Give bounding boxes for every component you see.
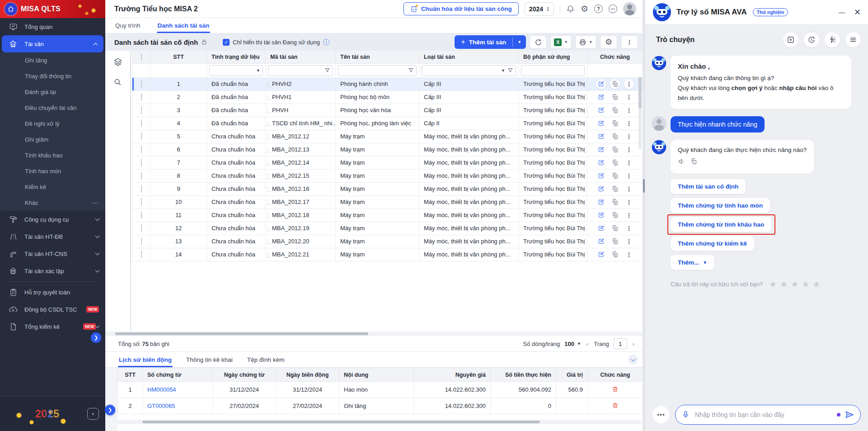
- code-filter-input[interactable]: [268, 65, 333, 76]
- suggestion-chip-highlighted[interactable]: Thêm chứng từ tính khấu hao: [671, 217, 771, 232]
- sidebar-item[interactable]: Tài sản: [2, 35, 103, 52]
- asset-row[interactable]: 1Đã chuẩn hóaPHVH2Phòng hành chínhCấp II…: [132, 77, 643, 90]
- sidebar-item[interactable]: Tổng quan: [0, 18, 105, 35]
- rows-per-page-select[interactable]: 100▼: [564, 341, 581, 347]
- year-spinner-icon[interactable]: ▲▼: [546, 6, 549, 12]
- asset-row[interactable]: 3Đã chuẩn hóaPHVHPhòng học văn hóaCấp II…: [132, 104, 643, 117]
- more-options-icon[interactable]: ⋯: [609, 5, 617, 13]
- row-checkbox[interactable]: [141, 93, 142, 101]
- row-more-icon[interactable]: ⋮: [624, 223, 634, 233]
- row-checkbox[interactable]: [141, 172, 142, 180]
- duplicate-icon[interactable]: [610, 92, 620, 102]
- sidebar-collapse-button[interactable]: ‹: [87, 408, 99, 420]
- close-button[interactable]: ✕: [854, 8, 861, 16]
- row-checkbox[interactable]: [141, 159, 142, 166]
- select-all-checkbox[interactable]: [141, 53, 142, 61]
- edit-icon[interactable]: [596, 223, 606, 233]
- row-checkbox[interactable]: [141, 198, 142, 206]
- prev-page-button[interactable]: ‹: [586, 341, 589, 347]
- row-more-icon[interactable]: ⋮: [624, 105, 634, 115]
- sidebar-item[interactable]: Công cụ dụng cụ: [0, 211, 105, 228]
- row-more-icon[interactable]: ⋮: [624, 145, 634, 155]
- asset-row[interactable]: 13Chưa chuẩn hóaMBA_2012.20Máy trạmMáy m…: [132, 235, 643, 248]
- duplicate-icon[interactable]: [610, 171, 620, 181]
- edit-icon[interactable]: [596, 210, 606, 220]
- row-checkbox[interactable]: [141, 80, 142, 88]
- edit-icon[interactable]: [596, 237, 606, 246]
- sidebar-item[interactable]: Kiểm kê: [0, 179, 105, 195]
- row-more-icon[interactable]: ⋮: [624, 184, 634, 194]
- sidebar-expand-button[interactable]: ❯: [91, 332, 101, 343]
- sidebar-item[interactable]: Khác⋯: [0, 195, 105, 211]
- scrollbar-thumb[interactable]: [115, 332, 368, 335]
- duplicate-icon[interactable]: [610, 197, 620, 207]
- notification-bell-icon[interactable]: [566, 5, 575, 13]
- row-checkbox[interactable]: [141, 237, 142, 245]
- edit-icon[interactable]: [596, 145, 606, 155]
- minimize-button[interactable]: —: [839, 9, 845, 15]
- edit-icon[interactable]: [596, 105, 606, 115]
- sidebar-item[interactable]: Tính hao mòn: [0, 163, 105, 179]
- row-more-icon[interactable]: ⋮: [624, 158, 634, 168]
- duplicate-icon[interactable]: [610, 237, 620, 246]
- duplicate-icon[interactable]: [610, 79, 620, 89]
- microphone-icon[interactable]: [682, 411, 690, 418]
- more-icon[interactable]: ⋯: [92, 199, 99, 207]
- edit-icon[interactable]: [596, 132, 606, 142]
- normalize-data-button[interactable]: ★ Chuẩn hóa dữ liệu tài sản công: [404, 2, 519, 15]
- edit-icon[interactable]: [596, 250, 606, 260]
- star-icon[interactable]: ★: [769, 279, 777, 289]
- row-checkbox[interactable]: [141, 211, 142, 219]
- settings-gear-icon[interactable]: ⚙: [581, 4, 588, 14]
- print-button[interactable]: ▼: [575, 35, 596, 49]
- vertical-scrollbar[interactable]: [638, 77, 642, 149]
- row-checkbox[interactable]: [141, 185, 142, 193]
- star-icon[interactable]: ★: [802, 279, 809, 289]
- sidebar-item[interactable]: Hỗ trợ quyết toán: [0, 284, 105, 301]
- duplicate-icon[interactable]: [610, 223, 620, 233]
- duplicate-icon[interactable]: [610, 118, 620, 128]
- layers-icon[interactable]: [113, 57, 122, 68]
- duplicate-icon[interactable]: [610, 145, 620, 155]
- read-aloud-icon[interactable]: [678, 158, 685, 168]
- row-more-icon[interactable]: ⋮: [624, 210, 634, 220]
- detail-expand-button[interactable]: ❯: [105, 405, 115, 415]
- edit-icon[interactable]: [596, 184, 606, 194]
- asset-row[interactable]: 11Chưa chuẩn hóaMBA_2012.18Máy trạmMáy m…: [132, 208, 643, 222]
- row-more-icon[interactable]: ⋮: [624, 197, 634, 207]
- edit-icon[interactable]: [596, 118, 606, 128]
- star-icon[interactable]: ★: [780, 279, 788, 289]
- asset-row[interactable]: 6Chưa chuẩn hóaMBA_2012.13Máy trạmMáy mó…: [132, 143, 643, 156]
- name-filter-input[interactable]: [338, 65, 417, 76]
- tab[interactable]: Danh sách tài sản: [157, 19, 211, 33]
- new-chat-button[interactable]: [783, 32, 798, 47]
- row-more-icon[interactable]: ⋮: [624, 171, 634, 181]
- duplicate-icon[interactable]: [610, 132, 620, 142]
- page-number-input[interactable]: 1: [614, 338, 627, 349]
- duplicate-icon[interactable]: [610, 184, 620, 194]
- row-checkbox[interactable]: [141, 133, 142, 140]
- asset-row[interactable]: 10Chưa chuẩn hóaMBA_2012.17Máy trạmMáy m…: [132, 195, 643, 208]
- edit-icon[interactable]: [596, 197, 606, 207]
- send-icon[interactable]: [845, 410, 854, 419]
- export-excel-button[interactable]: X▼: [550, 35, 572, 49]
- fiscal-year-selector[interactable]: 2024 ▲▼: [525, 2, 554, 16]
- in-use-filter[interactable]: ✓ Chỉ hiển thị tài sản Đang sử dụng ⓘ: [223, 39, 329, 46]
- edit-icon[interactable]: [596, 171, 606, 181]
- sidebar-item[interactable]: Tài sản HT-CNS: [0, 245, 105, 262]
- detail-tab[interactable]: Lịch sử biến động: [118, 353, 173, 367]
- detail-tab[interactable]: Tệp đính kèm: [246, 353, 286, 367]
- detail-horizontal-scrollbar[interactable]: [117, 420, 642, 424]
- add-asset-button[interactable]: +Thêm tài sản ▼: [455, 35, 526, 49]
- document-link[interactable]: GT000065: [147, 403, 175, 409]
- suggestion-chip[interactable]: Thêm chứng từ tính hao mòn: [671, 198, 770, 213]
- delete-icon[interactable]: [612, 402, 619, 409]
- duplicate-icon[interactable]: [610, 105, 620, 115]
- star-icon[interactable]: ★: [791, 279, 798, 289]
- sidebar-item[interactable]: Thay đổi thông tin: [0, 68, 105, 84]
- row-more-icon[interactable]: ⋮: [624, 92, 634, 102]
- sidebar-item[interactable]: Điều chuyển tài sản: [0, 100, 105, 116]
- suggestion-chip[interactable]: Thêm tài sản cố định: [671, 179, 746, 194]
- row-more-icon[interactable]: ⋮: [624, 79, 634, 89]
- asset-row[interactable]: 2Đã chuẩn hóaPHVH1Phòng học bộ mônCấp II…: [132, 90, 643, 104]
